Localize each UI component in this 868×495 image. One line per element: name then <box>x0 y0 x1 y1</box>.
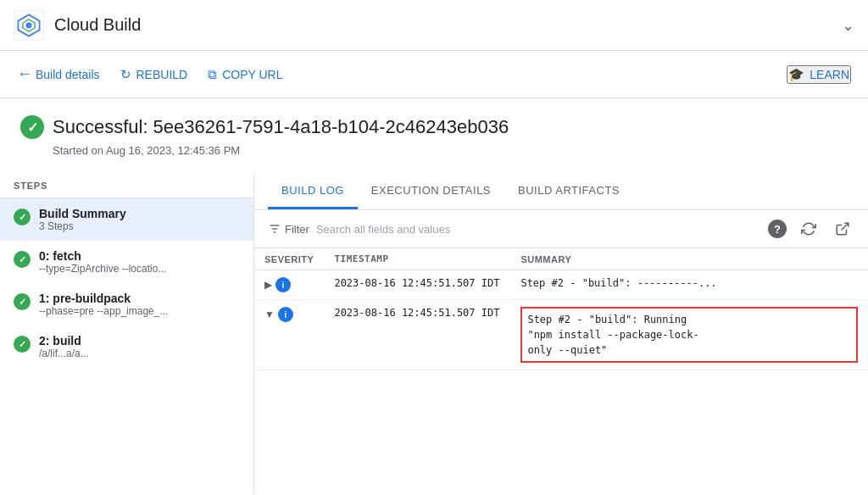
chevron-down-icon[interactable]: ⌄ <box>842 16 854 35</box>
step-success-icon-summary <box>14 209 31 225</box>
filter-actions: ? <box>768 217 854 241</box>
filter-search-placeholder[interactable]: Search all fields and values <box>316 223 761 236</box>
log-row-1-severity: ▶ i <box>254 270 324 300</box>
filter-icon <box>268 222 281 236</box>
open-new-icon <box>835 221 850 236</box>
sidebar-item-step2-title: 2: build <box>39 334 89 348</box>
build-full-title: Successful: 5ee36261-7591-4a18-b104-2c46… <box>53 116 509 138</box>
info-badge-2: i <box>278 307 293 322</box>
log-row-2-summary-line2: "npm install --package-lock- <box>527 329 698 341</box>
expand-icon-2[interactable]: ▼ <box>264 309 275 320</box>
tab-bar: BUILD LOG EXECUTION DETAILS BUILD ARTIFA… <box>254 174 868 210</box>
rebuild-label: REBUILD <box>136 68 188 81</box>
sidebar-item-step1-subtitle: --phase=pre --app_image_... <box>39 305 168 317</box>
log-table-body: ▶ i 2023-08-16 12:45:51.507 IDT Step #2 … <box>254 270 868 370</box>
sidebar-item-build-summary[interactable]: Build Summary 3 Steps <box>0 198 253 241</box>
log-row-2: ▼ i 2023-08-16 12:45:51.507 IDT Step #2 … <box>254 300 868 370</box>
learn-button[interactable]: 🎓 LEARN <box>787 65 851 84</box>
sidebar-item-step0-subtitle: --type=ZipArchive --locatio... <box>39 263 166 275</box>
arrow-left-icon: ← <box>17 65 32 83</box>
sidebar-item-step1-text: 1: pre-buildpack --phase=pre --app_image… <box>39 292 168 317</box>
content-area: BUILD LOG EXECUTION DETAILS BUILD ARTIFA… <box>254 174 868 494</box>
back-button[interactable]: ← Build details <box>17 65 100 83</box>
row-2-expand: ▼ i <box>264 307 314 322</box>
sidebar-header: Steps <box>0 174 253 198</box>
filter-label: Filter <box>285 223 309 236</box>
step-success-icon-2 <box>14 336 31 353</box>
status-success-icon <box>20 115 44 139</box>
step-success-icon-0 <box>14 251 31 268</box>
log-row-2-summary: Step #2 - "build": Running "npm install … <box>510 300 868 370</box>
sidebar: Steps Build Summary 3 Steps 0: fetch --t… <box>0 174 254 494</box>
learn-icon: 🎓 <box>788 67 804 82</box>
tab-build-artifacts[interactable]: BUILD ARTIFACTS <box>504 174 633 209</box>
svg-line-7 <box>842 223 849 230</box>
learn-label: LEARN <box>810 68 849 81</box>
log-area: Filter Search all fields and values ? <box>254 210 868 494</box>
build-started-time: Started on Aug 16, 2023, 12:45:36 PM <box>53 144 848 157</box>
top-bar-left: Cloud Build <box>14 10 141 41</box>
main-layout: Steps Build Summary 3 Steps 0: fetch --t… <box>0 174 868 494</box>
log-filter-bar: Filter Search all fields and values ? <box>254 210 868 248</box>
page-content: Successful: 5ee36261-7591-4a18-b104-2c46… <box>0 98 868 157</box>
row-1-expand: ▶ i <box>264 277 314 292</box>
cloud-build-logo <box>14 10 44 41</box>
app-title: Cloud Build <box>54 15 141 35</box>
tab-build-log[interactable]: BUILD LOG <box>268 174 358 209</box>
sidebar-item-summary-subtitle: 3 Steps <box>39 220 126 232</box>
col-header-summary: SUMMARY <box>510 248 868 270</box>
sidebar-item-step0[interactable]: 0: fetch --type=ZipArchive --locatio... <box>0 241 253 283</box>
copy-url-label: COPY URL <box>222 68 282 81</box>
log-row-2-severity: ▼ i <box>254 300 324 370</box>
log-row-1-summary: Step #2 - "build": ----------... <box>510 270 868 300</box>
refresh-icon <box>801 221 816 236</box>
build-status-row: Successful: 5ee36261-7591-4a18-b104-2c46… <box>20 115 848 139</box>
log-row-2-timestamp: 2023-08-16 12:45:51.507 IDT <box>324 300 510 370</box>
sidebar-item-step0-title: 0: fetch <box>39 249 166 263</box>
log-row-1: ▶ i 2023-08-16 12:45:51.507 IDT Step #2 … <box>254 270 868 300</box>
sidebar-item-step0-text: 0: fetch --type=ZipArchive --locatio... <box>39 249 166 275</box>
filter-icon-btn[interactable]: Filter <box>268 222 309 236</box>
svg-point-3 <box>25 22 31 28</box>
log-row-1-timestamp: 2023-08-16 12:45:51.507 IDT <box>324 270 510 300</box>
refresh-icon-btn[interactable] <box>797 217 821 241</box>
help-icon-btn[interactable]: ? <box>768 220 787 238</box>
rebuild-icon: ↻ <box>120 67 131 82</box>
sidebar-item-summary-title: Build Summary <box>39 207 126 220</box>
log-row-2-summary-line1: Step #2 - "build": Running <box>527 314 687 325</box>
log-table: SEVERITY TIMESTAMP SUMMARY ▶ i <box>254 248 868 370</box>
tab-execution-details[interactable]: EXECUTION DETAILS <box>358 174 504 209</box>
open-new-icon-btn[interactable] <box>831 217 854 241</box>
info-badge-1: i <box>275 277 291 292</box>
copy-url-button[interactable]: ⧉ COPY URL <box>208 67 282 82</box>
sidebar-item-summary-text: Build Summary 3 Steps <box>39 207 126 232</box>
log-table-header: SEVERITY TIMESTAMP SUMMARY <box>254 248 868 270</box>
sidebar-item-step2[interactable]: 2: build /a/lif...a/a... <box>0 325 253 368</box>
sidebar-item-step2-subtitle: /a/lif...a/a... <box>39 348 89 359</box>
log-row-2-summary-box: Step #2 - "build": Running "npm install … <box>520 307 858 363</box>
sidebar-item-step2-text: 2: build /a/lif...a/a... <box>39 334 89 359</box>
log-row-2-summary-line3: only --quiet" <box>527 344 607 356</box>
action-bar: ← Build details ↻ REBUILD ⧉ COPY URL 🎓 L… <box>0 51 868 98</box>
rebuild-button[interactable]: ↻ REBUILD <box>120 67 188 82</box>
sidebar-item-step1-title: 1: pre-buildpack <box>39 292 168 305</box>
expand-icon-1[interactable]: ▶ <box>264 279 272 291</box>
copy-icon: ⧉ <box>208 67 217 82</box>
col-header-timestamp: TIMESTAMP <box>324 248 510 270</box>
step-success-icon-1 <box>14 293 31 310</box>
back-label: Build details <box>36 68 100 81</box>
top-bar: Cloud Build ⌄ <box>0 0 868 51</box>
col-header-severity: SEVERITY <box>254 248 324 270</box>
sidebar-item-step1[interactable]: 1: pre-buildpack --phase=pre --app_image… <box>0 283 253 325</box>
